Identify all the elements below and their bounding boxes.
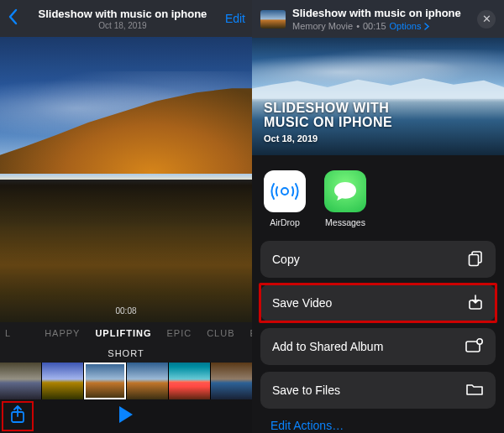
nav-title-group: Slideshow with music on iphone Oct 18, 2…	[20, 8, 225, 30]
hero-date: Oct 18, 2019	[264, 133, 392, 143]
add-shared-album-label: Add to Shared Album	[272, 340, 383, 353]
hero-title-line1: SLIDESHOW WITH	[264, 102, 392, 116]
download-icon	[467, 294, 484, 313]
svg-rect-3	[470, 254, 479, 265]
mood-item-selected[interactable]: UPLIFTING	[95, 328, 151, 338]
mood-item[interactable]: CLUB	[207, 328, 234, 338]
bottom-toolbar	[0, 399, 252, 433]
messages-icon	[324, 170, 366, 212]
page-title: Slideshow with music on iphone	[20, 8, 225, 20]
nav-bar: Slideshow with music on iphone Oct 18, 2…	[0, 0, 252, 37]
copy-action-label: Copy	[272, 253, 300, 266]
two-up-tutorial: Slideshow with music on iphone Oct 18, 2…	[0, 0, 504, 433]
share-icon[interactable]	[9, 404, 26, 428]
share-card-kind: Memory Movie	[292, 21, 353, 31]
filmstrip-thumb[interactable]	[127, 363, 168, 399]
copy-icon	[467, 250, 484, 269]
save-to-files-action[interactable]: Save to Files	[260, 372, 496, 409]
options-link[interactable]: Options	[390, 21, 430, 31]
airdrop-label: AirDrop	[270, 217, 300, 227]
playback-timestamp: 00:08	[115, 306, 136, 316]
back-icon[interactable]	[7, 8, 20, 29]
play-icon[interactable]	[118, 405, 134, 427]
edit-button[interactable]: Edit	[225, 12, 245, 25]
share-card-thumbnail	[260, 10, 286, 29]
filmstrip-thumb[interactable]	[211, 363, 252, 399]
mood-item[interactable]: HAPPY	[45, 328, 80, 338]
filmstrip-thumb[interactable]	[0, 363, 41, 399]
mood-item[interactable]: EX	[250, 328, 252, 338]
share-card-title: Slideshow with music on iphone	[292, 7, 477, 19]
messages-label: Messages	[325, 217, 365, 227]
filmstrip-thumb[interactable]	[169, 363, 210, 399]
mood-item[interactable]: L	[5, 328, 11, 338]
filmstrip[interactable]	[0, 363, 252, 399]
dot-icon: •	[356, 21, 360, 31]
save-video-label: Save Video	[272, 296, 332, 310]
share-header-card: Slideshow with music on iphone Memory Mo…	[252, 0, 504, 38]
airdrop-icon	[264, 170, 306, 212]
duration-label[interactable]: SHORT	[0, 344, 252, 363]
copy-action[interactable]: Copy	[260, 241, 496, 278]
save-to-files-label: Save to Files	[272, 383, 340, 397]
edit-actions-link[interactable]: Edit Actions…	[252, 410, 504, 432]
hero-overlay-text: SLIDESHOW WITH MUSIC ON IPHONE Oct 18, 2…	[264, 102, 392, 143]
add-shared-album-action[interactable]: Add to Shared Album	[260, 328, 496, 365]
share-card-subtitle: Memory Movie • 00:15 Options	[292, 21, 477, 31]
mood-item[interactable]: EPIC	[166, 328, 192, 338]
hero-preview: SLIDESHOW WITH MUSIC ON IPHONE Oct 18, 2…	[252, 38, 504, 155]
close-icon[interactable]: ✕	[477, 10, 496, 29]
airdrop-app[interactable]: AirDrop	[264, 170, 306, 227]
share-button-highlight	[2, 401, 34, 431]
preview-video-area[interactable]: 00:08	[0, 37, 252, 322]
filmstrip-thumb[interactable]	[42, 363, 83, 399]
page-subtitle: Oct 18, 2019	[20, 21, 225, 30]
filmstrip-thumb-selected[interactable]	[84, 363, 125, 399]
svg-point-6	[477, 338, 482, 343]
folder-icon	[465, 383, 484, 399]
mood-category-strip[interactable]: L HAPPY UPLIFTING EPIC CLUB EX	[0, 322, 252, 344]
shared-album-icon	[465, 338, 484, 356]
action-list: Copy Save Video Add to Shared Album	[252, 236, 504, 410]
svg-point-1	[281, 188, 288, 195]
share-apps-row: AirDrop Messages	[252, 155, 504, 236]
slideshow-editor-screen: Slideshow with music on iphone Oct 18, 2…	[0, 0, 252, 433]
preview-image-reflection	[0, 180, 252, 322]
hero-title-line2: MUSIC ON IPHONE	[264, 116, 392, 130]
messages-app[interactable]: Messages	[324, 170, 366, 227]
share-sheet-screen: Slideshow with music on iphone Memory Mo…	[252, 0, 504, 433]
share-card-duration: 00:15	[363, 21, 386, 31]
save-video-action[interactable]: Save Video	[260, 284, 496, 321]
